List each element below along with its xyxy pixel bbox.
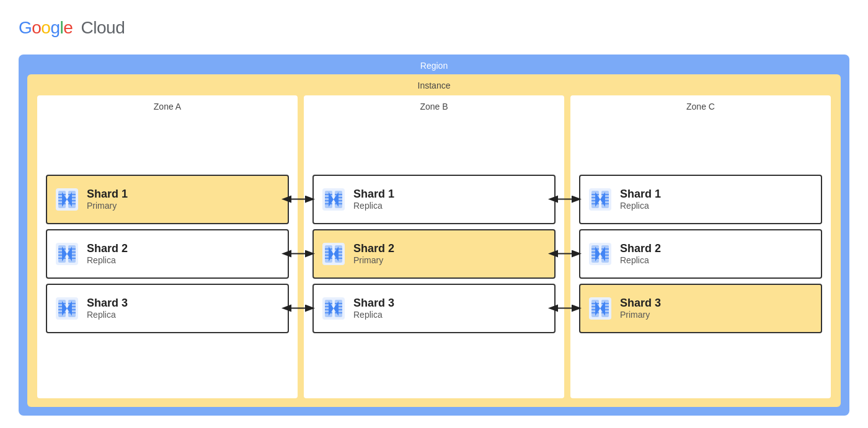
shard-info: Shard 1 Primary: [87, 188, 128, 211]
database-icon: [320, 295, 347, 322]
zone-c-label: Zone C: [579, 102, 822, 111]
shard-info: Shard 3 Replica: [353, 297, 394, 320]
zone-a: Zone A: [37, 95, 298, 398]
shard-name: Shard 3: [353, 297, 394, 310]
shard-card: Shard 3 Replica: [46, 284, 289, 333]
zone-b-label: Zone B: [312, 102, 556, 111]
shard-card: Shard 3 Primary: [579, 284, 822, 333]
zone-c: Zone C: [570, 95, 831, 398]
shard-name: Shard 2: [87, 242, 128, 256]
shard-role: Replica: [620, 201, 661, 211]
database-icon: [320, 186, 347, 213]
shard-role: Replica: [87, 310, 128, 320]
shard-role: Replica: [353, 201, 394, 211]
database-icon: [53, 240, 81, 268]
shard-name: Shard 3: [620, 297, 661, 310]
zone-b-shards: Shard 1 Replica: [312, 118, 556, 390]
database-icon: [53, 295, 81, 322]
shard-info: Shard 2 Replica: [87, 242, 128, 266]
database-icon: [53, 186, 81, 213]
shard-info: Shard 1 Replica: [353, 188, 394, 211]
zone-a-label: Zone A: [46, 102, 289, 111]
shard-role: Primary: [87, 201, 128, 211]
instance-label: Instance: [37, 81, 831, 90]
logo-area: Google Cloud: [19, 12, 849, 43]
region-label: Region: [27, 61, 841, 71]
shard-role: Primary: [353, 255, 394, 265]
zone-a-shards: Shard 1 Primary: [46, 118, 289, 390]
shard-role: Replica: [353, 310, 394, 320]
shard-info: Shard 3 Primary: [620, 297, 661, 320]
shard-name: Shard 1: [620, 188, 661, 201]
shard-info: Shard 1 Replica: [620, 188, 661, 211]
database-icon: [587, 295, 614, 322]
google-cloud-logo: Google Cloud: [19, 18, 125, 38]
shard-info: Shard 2 Replica: [620, 242, 661, 266]
shard-card: Shard 1 Primary: [46, 175, 289, 224]
shard-info: Shard 2 Primary: [353, 242, 394, 266]
shard-card: Shard 1 Replica: [312, 175, 556, 224]
shard-name: Shard 2: [620, 242, 661, 256]
shard-role: Primary: [620, 310, 661, 320]
shard-name: Shard 1: [87, 188, 128, 201]
zones-wrapper: Zone A: [37, 95, 831, 398]
zone-c-shards: Shard 1 Replica: [579, 118, 822, 390]
shard-card: Shard 2 Primary: [312, 229, 556, 279]
page: Google Cloud Region Instance Zone A: [0, 0, 868, 428]
shard-card: Shard 2 Replica: [579, 229, 822, 279]
shard-name: Shard 2: [353, 242, 394, 256]
shard-info: Shard 3 Replica: [87, 297, 128, 320]
shard-role: Replica: [620, 255, 661, 265]
instance-box: Instance Zone A: [27, 74, 841, 407]
database-icon: [320, 240, 347, 268]
shard-card: Shard 3 Replica: [312, 284, 556, 333]
database-icon: [587, 186, 614, 213]
shard-name: Shard 1: [353, 188, 394, 201]
shard-card: Shard 1 Replica: [579, 175, 822, 224]
zone-b: Zone B: [304, 95, 564, 398]
shard-role: Replica: [87, 255, 128, 265]
database-icon: [587, 240, 614, 268]
region-box: Region Instance Zone A: [19, 55, 849, 416]
shard-name: Shard 3: [87, 297, 128, 310]
shard-card: Shard 2 Replica: [46, 229, 289, 279]
